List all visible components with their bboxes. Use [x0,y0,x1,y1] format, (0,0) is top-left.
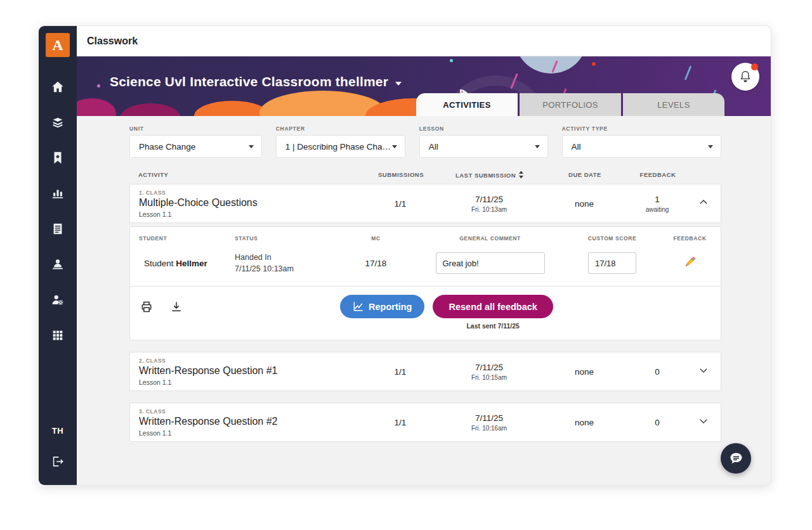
filter-bar: UNIT Phase Change CHAPTER 1 | Describing… [129,126,721,158]
activity-group-1: 1. CLASS Multiple-Choice Questions Lesso… [129,184,721,340]
chevron-down-icon[interactable] [698,365,709,376]
activity-row[interactable]: 2. CLASS Written-Response Question #1 Le… [129,352,721,391]
col-general-comment: GENERAL COMMENT [412,235,568,242]
class-selector[interactable]: Science Uvl Interactive Classroom thellm… [110,74,402,89]
status-timestamp: 7/11/25 10:13am [235,263,339,275]
chapter-select[interactable]: 1 | Describing Phase Chang... [276,135,405,158]
chevron-down-icon [249,145,254,148]
due-date-value: none [540,418,629,427]
activity-row[interactable]: 3. CLASS Written-Response Question #2 Le… [129,403,721,442]
activity-title: Multiple-Choice Questions [139,197,362,209]
activity-type-select-value: All [572,142,581,152]
chevron-down-icon[interactable] [698,415,709,427]
activity-row[interactable]: 1. CLASS Multiple-Choice Questions Lesso… [129,184,721,223]
class-label: 2. CLASS [139,358,362,364]
tab-activities[interactable]: ACTIVITIES [416,93,518,116]
col-status: STATUS [235,235,339,242]
submissions-value: 1/1 [362,367,438,377]
planet-decoration [514,56,587,74]
student-detail-panel: STUDENT STATUS MC GENERAL COMMENT CUSTOM… [129,226,721,340]
classroom-icon[interactable] [51,257,65,271]
general-comment-input[interactable] [436,252,545,274]
dot-decoration [450,59,453,62]
amplify-logo[interactable]: A [46,33,70,57]
bookmark-star-icon[interactable] [51,151,65,165]
activity-type-select[interactable]: All [562,135,721,158]
submissions-value: 1/1 [362,199,438,209]
last-submission-time: Fri. 10:13am [438,206,540,213]
col-custom-score: CUSTOM SCORE [568,235,657,242]
chevron-down-icon [392,145,397,148]
chevron-down-icon [535,145,540,148]
line-chart-icon [353,301,363,312]
lesson-label: Lesson 1.1 [139,378,362,386]
home-icon[interactable] [51,80,65,94]
feedback-count: 0 [629,367,686,377]
last-sent-label: Last sent 7/11/25 [466,322,519,330]
unit-select[interactable]: Phase Change [129,135,262,158]
main-area: Classwork Science Uvl Interactive Classr… [77,26,771,485]
class-title: Science Uvl Interactive Classroom thellm… [110,74,388,89]
hill-decoration [77,98,116,116]
tab-levels[interactable]: LEVELS [623,93,724,116]
account-settings-icon[interactable] [51,293,65,307]
due-date-value: none [540,199,629,209]
unit-select-value: Phase Change [139,142,195,152]
lesson-select-value: All [429,142,438,152]
pencil-feedback-icon[interactable] [683,254,698,269]
col-submissions: SUBMISSIONS [363,171,439,178]
hill-decoration [120,103,181,116]
tab-portfolios[interactable]: PORTFOLIOS [520,93,621,116]
resend-button-label: Resend all feedback [449,302,537,312]
apps-grid-icon[interactable] [51,328,65,342]
logout-icon[interactable] [51,455,65,469]
sort-icon[interactable] [518,171,524,179]
col-last-submission[interactable]: LAST SUBMISSION [439,171,540,179]
download-icon[interactable] [170,301,183,313]
feedback-count: 0 [629,418,686,427]
activity-actions: Reporting Resend all feedback Last sent … [130,286,721,340]
class-banner: Science Uvl Interactive Classroom thellm… [77,56,771,116]
notification-badge [751,63,758,70]
notifications-button[interactable] [731,63,759,91]
lesson-label: Lesson 1.1 [139,210,362,218]
chapter-filter-label: CHAPTER [276,126,405,132]
feedback-status: awaiting [629,206,686,213]
lesson-select[interactable]: All [419,135,548,158]
chevron-up-icon[interactable] [698,197,709,208]
last-submission-date: 7/11/25 [438,363,540,372]
lesson-label: Lesson 1.1 [139,429,362,437]
student-row: Student Hellmer Handed In 7/11/25 10:13a… [130,245,721,286]
feedback-count: 1 [629,195,686,204]
last-submission-time: Fri. 10:15am [438,374,540,381]
col-activity: ACTIVITY [129,171,363,178]
col-feedback: FEEDBACK [629,171,686,178]
submissions-value: 1/1 [362,418,438,427]
col-mc: MC [339,235,412,242]
chat-widget-button[interactable] [721,443,751,474]
student-name: Student Hellmer [130,259,235,268]
bar-chart-icon[interactable] [51,186,65,200]
last-submission-date: 7/11/25 [438,195,540,204]
custom-score-input[interactable] [588,252,636,274]
app-window: A TH Classwork [38,25,771,486]
activity-type-filter-label: ACTIVITY TYPE [562,126,721,132]
reporting-button[interactable]: Reporting [340,295,424,318]
status-text: Handed In [235,252,339,263]
sidebar: A TH [39,26,77,485]
library-stack-icon[interactable] [51,115,65,129]
topbar: Classwork [77,26,771,56]
activities-table-header: ACTIVITY SUBMISSIONS LAST SUBMISSION DUE… [129,171,721,179]
document-icon[interactable] [51,222,65,236]
content-area: UNIT Phase Change CHAPTER 1 | Describing… [77,116,771,485]
activity-title: Written-Response Question #2 [139,416,362,427]
chevron-down-icon[interactable] [395,82,402,86]
mc-score: 17/18 [339,259,412,268]
chat-bubble-icon [728,450,744,467]
resend-feedback-button[interactable]: Resend all feedback [433,295,553,318]
print-icon[interactable] [140,301,153,313]
lesson-filter-label: LESSON [419,126,548,132]
user-initials-badge[interactable]: TH [52,426,63,436]
dot-decoration [592,62,596,66]
chapter-select-value: 1 | Describing Phase Chang... [285,142,392,152]
